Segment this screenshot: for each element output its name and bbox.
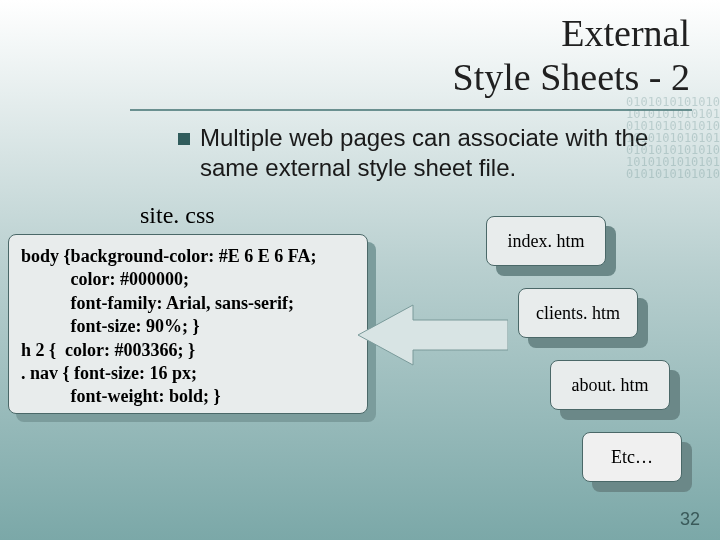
arrow-left-icon <box>358 300 508 370</box>
file-box-clients: clients. htm <box>518 288 638 338</box>
square-bullet-icon <box>178 133 190 145</box>
file-label: index. htm <box>508 231 585 252</box>
svg-marker-0 <box>358 305 508 365</box>
file-label: about. htm <box>572 375 649 396</box>
file-box-index: index. htm <box>486 216 606 266</box>
file-label: clients. htm <box>536 303 620 324</box>
bullet-text: Multiple web pages can associate with th… <box>200 123 690 183</box>
file-label: Etc… <box>611 447 653 468</box>
bullet-row: Multiple web pages can associate with th… <box>0 111 720 183</box>
css-code-box: body {background-color: #E 6 E 6 FA; col… <box>8 234 368 414</box>
file-box-etc: Etc… <box>582 432 682 482</box>
title-line-1: External <box>561 12 690 54</box>
slide-title: External Style Sheets - 2 <box>0 0 720 105</box>
file-box-about: about. htm <box>550 360 670 410</box>
title-line-2: Style Sheets - 2 <box>453 56 690 98</box>
css-filename-label: site. css <box>140 202 215 229</box>
slide-number: 32 <box>680 509 700 530</box>
